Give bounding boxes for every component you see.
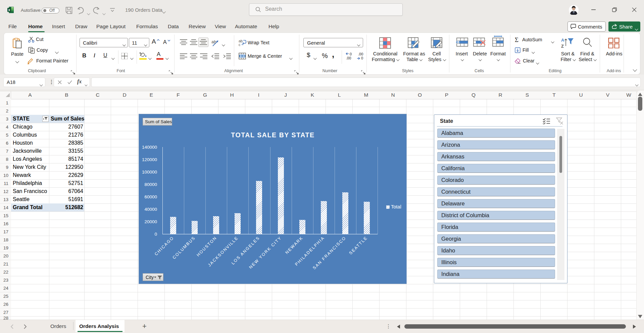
svg-text:.00: .00 (358, 52, 363, 56)
svg-text:c: c (239, 43, 241, 47)
svg-text:.00: .00 (346, 56, 351, 60)
svg-text:Z: Z (561, 44, 564, 48)
svg-text:0: 0 (361, 56, 363, 60)
svg-text:A: A (561, 38, 564, 43)
svg-text:x: x (8, 8, 10, 12)
svg-text:0: 0 (350, 52, 352, 56)
